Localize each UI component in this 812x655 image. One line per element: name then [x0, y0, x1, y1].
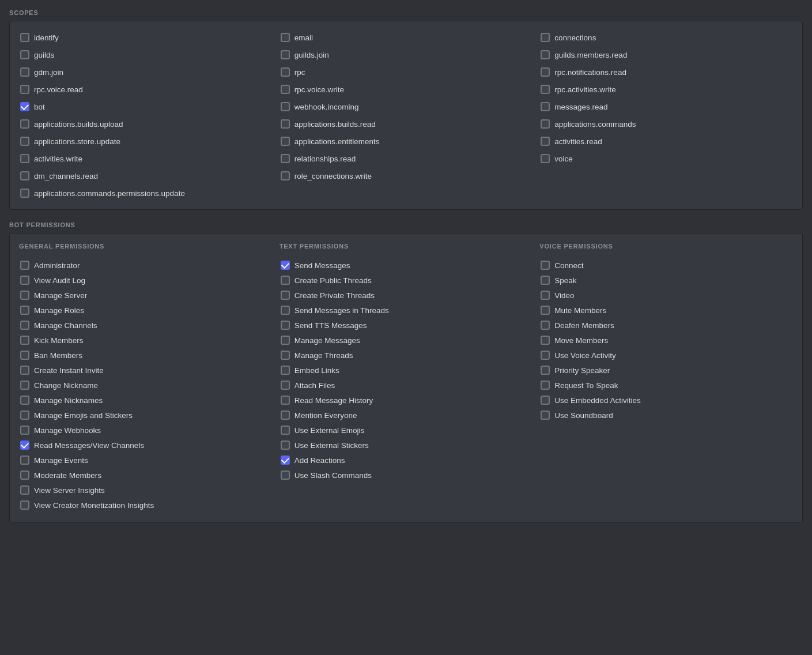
scope-checkbox-rpc[interactable]	[281, 67, 290, 77]
perm-item-manage_roles[interactable]: Manage Roles	[19, 303, 273, 318]
perm-item-use_slash_commands[interactable]: Use Slash Commands	[280, 468, 533, 483]
perm-item-send_tts_messages[interactable]: Send TTS Messages	[280, 318, 533, 333]
perm-checkbox-use_slash_commands[interactable]	[281, 470, 290, 480]
perm-checkbox-manage_events[interactable]	[20, 456, 29, 465]
perm-checkbox-manage_server[interactable]	[20, 291, 29, 300]
perm-checkbox-manage_messages[interactable]	[281, 336, 290, 345]
perm-checkbox-move_members[interactable]	[541, 336, 550, 345]
scope-item-messages_read[interactable]: messages.read	[539, 100, 793, 114]
perm-item-connect[interactable]: Connect	[539, 258, 793, 273]
perm-checkbox-change_nickname[interactable]	[20, 381, 29, 390]
perm-checkbox-view_creator_monetization[interactable]	[20, 500, 29, 510]
perm-checkbox-send_tts_messages[interactable]	[281, 321, 290, 330]
perm-item-manage_nicknames[interactable]: Manage Nicknames	[19, 393, 273, 408]
scope-item-voice[interactable]: voice	[539, 152, 793, 165]
scope-item-relationships_read[interactable]: relationships.read	[280, 152, 533, 165]
scope-item-applications_builds_upload[interactable]: applications.builds.upload	[19, 117, 273, 131]
perm-item-read_message_history[interactable]: Read Message History	[280, 393, 533, 408]
perm-checkbox-use_external_stickers[interactable]	[281, 441, 290, 450]
perm-item-manage_events[interactable]: Manage Events	[19, 453, 273, 468]
scope-checkbox-role_connections_write[interactable]	[281, 171, 290, 180]
perm-checkbox-priority_speaker[interactable]	[541, 366, 550, 375]
perm-item-create_private_threads[interactable]: Create Private Threads	[280, 288, 533, 303]
perm-checkbox-manage_nicknames[interactable]	[20, 396, 29, 405]
perm-checkbox-manage_channels[interactable]	[20, 321, 29, 330]
perm-item-send_messages_threads[interactable]: Send Messages in Threads	[280, 303, 533, 318]
scope-checkbox-relationships_read[interactable]	[281, 154, 290, 163]
perm-item-create_public_threads[interactable]: Create Public Threads	[280, 273, 533, 288]
scope-item-applications_builds_read[interactable]: applications.builds.read	[280, 117, 533, 131]
scope-checkbox-applications_store_update[interactable]	[20, 137, 29, 146]
scope-item-applications_commands_permissions_update[interactable]: applications.commands.permissions.update	[19, 186, 273, 200]
perm-checkbox-video[interactable]	[541, 291, 550, 300]
perm-checkbox-administrator[interactable]	[20, 261, 29, 270]
perm-item-speak[interactable]: Speak	[539, 273, 793, 288]
perm-item-administrator[interactable]: Administrator	[19, 258, 273, 273]
perm-item-mute_members[interactable]: Mute Members	[539, 303, 793, 318]
scope-item-rpc_voice_write[interactable]: rpc.voice.write	[280, 82, 533, 96]
scope-checkbox-activities_read[interactable]	[541, 137, 550, 146]
perm-checkbox-use_soundboard[interactable]	[541, 411, 550, 420]
perm-item-use_soundboard[interactable]: Use Soundboard	[539, 408, 793, 423]
perm-checkbox-mute_members[interactable]	[541, 306, 550, 315]
scope-item-connections[interactable]: connections	[539, 31, 793, 44]
scope-item-gdm_join[interactable]: gdm.join	[19, 65, 273, 79]
scope-checkbox-rpc_voice_write[interactable]	[281, 85, 290, 94]
perm-item-priority_speaker[interactable]: Priority Speaker	[539, 363, 793, 378]
perm-checkbox-embed_links[interactable]	[281, 366, 290, 375]
perm-checkbox-deafen_members[interactable]	[541, 321, 550, 330]
scope-checkbox-bot[interactable]	[20, 102, 29, 111]
scope-item-guilds_join[interactable]: guilds.join	[280, 48, 533, 62]
perm-checkbox-create_public_threads[interactable]	[281, 276, 290, 285]
scope-checkbox-gdm_join[interactable]	[20, 67, 29, 77]
perm-checkbox-mention_everyone[interactable]	[281, 411, 290, 420]
scope-checkbox-applications_commands_permissions_update[interactable]	[20, 189, 29, 198]
perm-checkbox-create_instant_invite[interactable]	[20, 366, 29, 375]
perm-item-moderate_members[interactable]: Moderate Members	[19, 468, 273, 483]
perm-item-view_server_insights[interactable]: View Server Insights	[19, 483, 273, 498]
perm-item-add_reactions[interactable]: Add Reactions	[280, 453, 533, 468]
perm-checkbox-manage_threads[interactable]	[281, 351, 290, 360]
scope-checkbox-identify[interactable]	[20, 33, 29, 42]
scope-checkbox-voice[interactable]	[541, 154, 550, 163]
scope-item-rpc_voice_read[interactable]: rpc.voice.read	[19, 82, 273, 96]
perm-item-change_nickname[interactable]: Change Nickname	[19, 378, 273, 393]
perm-item-manage_emojis_stickers[interactable]: Manage Emojis and Stickers	[19, 408, 273, 423]
perm-item-use_embedded_activities[interactable]: Use Embedded Activities	[539, 393, 793, 408]
perm-checkbox-manage_roles[interactable]	[20, 306, 29, 315]
perm-item-kick_members[interactable]: Kick Members	[19, 333, 273, 348]
perm-checkbox-use_voice_activity[interactable]	[541, 351, 550, 360]
scope-item-email[interactable]: email	[280, 31, 533, 44]
perm-checkbox-view_audit_log[interactable]	[20, 276, 29, 285]
perm-item-manage_server[interactable]: Manage Server	[19, 288, 273, 303]
scope-item-activities_read[interactable]: activities.read	[539, 134, 793, 148]
perm-checkbox-kick_members[interactable]	[20, 336, 29, 345]
scope-checkbox-guilds[interactable]	[20, 50, 29, 59]
perm-checkbox-use_embedded_activities[interactable]	[541, 396, 550, 405]
scope-item-bot[interactable]: bot	[19, 100, 273, 114]
perm-item-mention_everyone[interactable]: Mention Everyone	[280, 408, 533, 423]
scope-item-rpc_activities_write[interactable]: rpc.activities.write	[539, 82, 793, 96]
perm-item-view_creator_monetization[interactable]: View Creator Monetization Insights	[19, 498, 273, 513]
scope-item-role_connections_write[interactable]: role_connections.write	[280, 169, 533, 183]
scope-checkbox-webhook_incoming[interactable]	[281, 102, 290, 111]
scope-checkbox-rpc_voice_read[interactable]	[20, 85, 29, 94]
scope-checkbox-email[interactable]	[281, 33, 290, 42]
perm-item-deafen_members[interactable]: Deafen Members	[539, 318, 793, 333]
scope-item-applications_entitlements[interactable]: applications.entitlements	[280, 134, 533, 148]
scope-item-rpc_notifications_read[interactable]: rpc.notifications.read	[539, 65, 793, 79]
perm-checkbox-manage_emojis_stickers[interactable]	[20, 411, 29, 420]
scope-checkbox-guilds_join[interactable]	[281, 50, 290, 59]
scope-item-guilds[interactable]: guilds	[19, 48, 273, 62]
perm-item-embed_links[interactable]: Embed Links	[280, 363, 533, 378]
perm-checkbox-read_message_history[interactable]	[281, 396, 290, 405]
perm-item-read_messages_view_channels[interactable]: Read Messages/View Channels	[19, 438, 273, 453]
scope-checkbox-applications_entitlements[interactable]	[281, 137, 290, 146]
scope-item-applications_store_update[interactable]: applications.store.update	[19, 134, 273, 148]
perm-checkbox-send_messages[interactable]	[281, 261, 290, 270]
perm-item-video[interactable]: Video	[539, 288, 793, 303]
scope-item-applications_commands[interactable]: applications.commands	[539, 117, 793, 131]
perm-item-view_audit_log[interactable]: View Audit Log	[19, 273, 273, 288]
scope-checkbox-dm_channels_read[interactable]	[20, 171, 29, 180]
scope-item-guilds_members_read[interactable]: guilds.members.read	[539, 48, 793, 62]
